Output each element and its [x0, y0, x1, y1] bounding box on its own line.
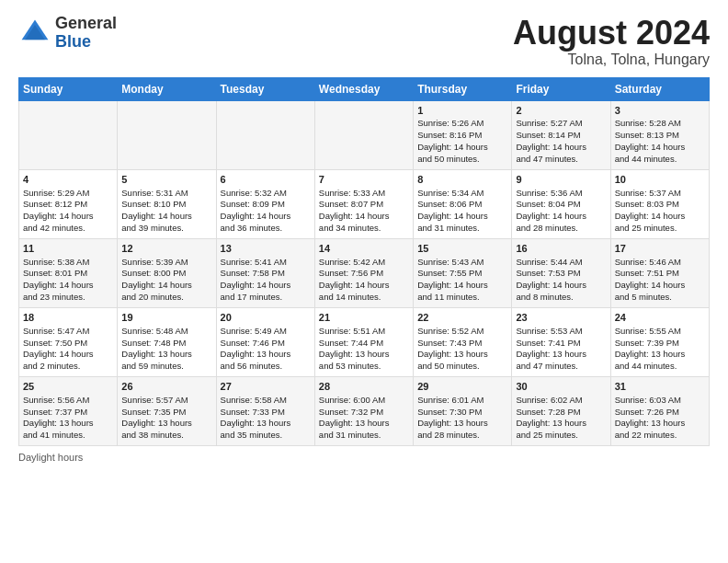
- day-info: Daylight: 14 hours: [23, 280, 113, 292]
- day-info: Daylight: 13 hours: [417, 418, 507, 430]
- week-row-5: 25Sunrise: 5:56 AMSunset: 7:37 PMDayligh…: [19, 376, 710, 445]
- day-info: Daylight: 13 hours: [319, 418, 409, 430]
- day-info: Daylight: 14 hours: [417, 280, 507, 292]
- logo-blue: Blue: [55, 32, 91, 51]
- day-info: and 28 minutes.: [417, 430, 507, 442]
- day-info: Sunset: 8:16 PM: [417, 130, 507, 142]
- day-info: Sunrise: 5:47 AM: [23, 326, 113, 338]
- day-info: Daylight: 14 hours: [121, 280, 211, 292]
- day-info: Sunset: 8:03 PM: [615, 199, 705, 211]
- day-number: 1: [417, 104, 507, 118]
- day-number: 31: [615, 380, 705, 394]
- day-cell: 17Sunrise: 5:46 AMSunset: 7:51 PMDayligh…: [610, 238, 709, 307]
- day-cell: 28Sunrise: 6:00 AMSunset: 7:32 PMDayligh…: [314, 376, 413, 445]
- header-cell-friday: Friday: [512, 77, 610, 100]
- day-number: 20: [221, 311, 311, 325]
- day-info: Daylight: 14 hours: [615, 211, 705, 223]
- day-cell: 8Sunrise: 5:34 AMSunset: 8:06 PMDaylight…: [414, 169, 512, 238]
- day-number: 29: [417, 380, 507, 394]
- calendar-header: SundayMondayTuesdayWednesdayThursdayFrid…: [19, 77, 710, 100]
- day-info: Sunrise: 6:03 AM: [615, 395, 705, 407]
- day-cell: [216, 100, 314, 169]
- day-info: and 36 minutes.: [221, 223, 311, 235]
- day-number: 24: [615, 311, 705, 325]
- day-info: Sunrise: 5:53 AM: [516, 326, 606, 338]
- day-info: Sunset: 7:46 PM: [221, 338, 311, 350]
- day-cell: 18Sunrise: 5:47 AMSunset: 7:50 PMDayligh…: [19, 307, 118, 376]
- header-row: SundayMondayTuesdayWednesdayThursdayFrid…: [19, 77, 710, 100]
- day-number: 25: [23, 380, 113, 394]
- day-number: 21: [319, 311, 409, 325]
- day-info: Sunset: 8:09 PM: [221, 199, 311, 211]
- day-cell: 29Sunrise: 6:01 AMSunset: 7:30 PMDayligh…: [414, 376, 512, 445]
- header-cell-wednesday: Wednesday: [314, 77, 413, 100]
- day-info: Sunset: 8:12 PM: [23, 199, 113, 211]
- day-info: Sunset: 8:10 PM: [121, 199, 211, 211]
- day-number: 6: [221, 173, 311, 187]
- day-info: Sunrise: 5:29 AM: [23, 188, 113, 200]
- day-info: and 2 minutes.: [23, 361, 113, 373]
- day-info: Sunset: 7:53 PM: [516, 268, 606, 280]
- header-cell-saturday: Saturday: [610, 77, 709, 100]
- page-subtitle: Tolna, Tolna, Hungary: [513, 52, 710, 68]
- day-cell: 25Sunrise: 5:56 AMSunset: 7:37 PMDayligh…: [19, 376, 118, 445]
- day-info: and 41 minutes.: [23, 430, 113, 442]
- day-info: Sunrise: 5:44 AM: [516, 257, 606, 269]
- day-info: Sunset: 7:56 PM: [319, 268, 409, 280]
- day-info: Daylight: 14 hours: [221, 211, 311, 223]
- day-info: Sunset: 7:30 PM: [417, 407, 507, 419]
- day-number: 28: [319, 380, 409, 394]
- day-info: Daylight: 14 hours: [516, 211, 606, 223]
- calendar-table: SundayMondayTuesdayWednesdayThursdayFrid…: [18, 77, 710, 446]
- page-title: August 2024: [513, 15, 710, 52]
- day-info: Sunset: 8:00 PM: [121, 268, 211, 280]
- day-info: Sunset: 7:32 PM: [319, 407, 409, 419]
- day-number: 8: [417, 173, 507, 187]
- day-info: Daylight: 14 hours: [221, 280, 311, 292]
- day-info: Sunset: 7:37 PM: [23, 407, 113, 419]
- day-cell: 21Sunrise: 5:51 AMSunset: 7:44 PMDayligh…: [314, 307, 413, 376]
- day-info: Sunset: 7:26 PM: [615, 407, 705, 419]
- day-number: 4: [23, 173, 113, 187]
- week-row-2: 4Sunrise: 5:29 AMSunset: 8:12 PMDaylight…: [19, 169, 710, 238]
- day-info: and 39 minutes.: [121, 223, 211, 235]
- day-info: Sunset: 7:28 PM: [516, 407, 606, 419]
- header-cell-tuesday: Tuesday: [216, 77, 314, 100]
- day-info: and 35 minutes.: [221, 430, 311, 442]
- logo-general: General: [55, 14, 117, 32]
- day-info: Sunset: 7:48 PM: [121, 338, 211, 350]
- day-cell: 5Sunrise: 5:31 AMSunset: 8:10 PMDaylight…: [118, 169, 216, 238]
- day-info: Sunset: 8:13 PM: [615, 130, 705, 142]
- day-info: Sunset: 7:58 PM: [221, 268, 311, 280]
- day-cell: 11Sunrise: 5:38 AMSunset: 8:01 PMDayligh…: [19, 238, 118, 307]
- day-cell: 19Sunrise: 5:48 AMSunset: 7:48 PMDayligh…: [118, 307, 216, 376]
- day-info: Sunset: 7:50 PM: [23, 338, 113, 350]
- calendar-body: 1Sunrise: 5:26 AMSunset: 8:16 PMDaylight…: [19, 100, 710, 445]
- day-info: Sunrise: 5:37 AM: [615, 188, 705, 200]
- day-info: Sunset: 7:39 PM: [615, 338, 705, 350]
- day-number: 7: [319, 173, 409, 187]
- day-info: Daylight: 13 hours: [516, 349, 606, 361]
- day-info: and 25 minutes.: [615, 223, 705, 235]
- day-cell: 10Sunrise: 5:37 AMSunset: 8:03 PMDayligh…: [610, 169, 709, 238]
- day-cell: 3Sunrise: 5:28 AMSunset: 8:13 PMDaylight…: [610, 100, 709, 169]
- day-number: 3: [615, 104, 705, 118]
- day-info: Sunrise: 5:51 AM: [319, 326, 409, 338]
- day-cell: 15Sunrise: 5:43 AMSunset: 7:55 PMDayligh…: [414, 238, 512, 307]
- day-info: Sunset: 8:06 PM: [417, 199, 507, 211]
- day-number: 15: [417, 242, 507, 256]
- day-info: Daylight: 14 hours: [23, 211, 113, 223]
- header-cell-thursday: Thursday: [414, 77, 512, 100]
- day-cell: [19, 100, 118, 169]
- day-info: and 47 minutes.: [516, 154, 606, 166]
- day-info: Sunrise: 5:42 AM: [319, 257, 409, 269]
- day-info: and 56 minutes.: [221, 361, 311, 373]
- day-info: and 47 minutes.: [516, 361, 606, 373]
- day-info: Sunrise: 5:52 AM: [417, 326, 507, 338]
- day-info: Sunset: 7:33 PM: [221, 407, 311, 419]
- day-cell: 14Sunrise: 5:42 AMSunset: 7:56 PMDayligh…: [314, 238, 413, 307]
- day-cell: 4Sunrise: 5:29 AMSunset: 8:12 PMDaylight…: [19, 169, 118, 238]
- day-info: and 34 minutes.: [319, 223, 409, 235]
- header-cell-monday: Monday: [118, 77, 216, 100]
- day-info: Sunrise: 5:48 AM: [121, 326, 211, 338]
